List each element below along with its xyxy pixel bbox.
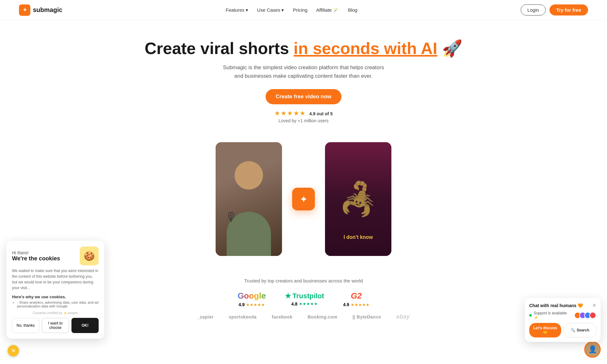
rating-stars: ★★★★★: [274, 110, 306, 117]
trustpilot-stars: ★★★★★: [299, 301, 318, 306]
g2-brand: G2: [343, 291, 369, 301]
cookie-emoji: 🍪: [80, 246, 99, 265]
create-free-video-button[interactable]: Create free video now: [266, 89, 342, 104]
navbar: ✦ submagic Features ▾ Use Cases ▾ Pricin…: [0, 0, 607, 20]
heart-icon: 🧡: [578, 303, 583, 308]
rocket-emoji: 🚀: [442, 39, 463, 58]
nav-links: Features ▾ Use Cases ▾ Pricing Affiliate…: [226, 7, 358, 13]
cookie-no-thanks-button[interactable]: No, thanks: [12, 318, 39, 330]
review-trustpilot: ★ Trustpilot 4.8 ★★★★★: [285, 292, 324, 306]
microphone-icon: 🎙: [225, 210, 238, 224]
g2-stars: ★★★★★: [351, 302, 370, 307]
cookie-buttons: No, thanks I want to choose OK!: [12, 318, 99, 330]
hero-subtext: Submagic is the simplest video creation …: [218, 63, 389, 80]
partner-ebay: ebay: [396, 313, 410, 320]
cookie-header: Hi there! We're the cookies 🍪: [12, 246, 99, 265]
review-g2: G2 4.9 ★★★★★: [343, 291, 369, 307]
chat-avatar-4: [589, 312, 596, 319]
video-card-scorpion: 🦂 I don't know: [325, 142, 391, 256]
chat-widget: Chat with real humans 🧡 ✕ Support is ava…: [525, 298, 601, 330]
scorpion-emoji: 🦂: [339, 180, 378, 218]
cookie-choose-button[interactable]: I want to choose: [42, 318, 69, 330]
rating-subtext: Loved by +1 million users: [279, 118, 328, 123]
lightning-icon: ⚡: [534, 315, 538, 320]
chevron-down-icon: ▾: [281, 7, 284, 13]
chat-avatars: [574, 312, 596, 319]
cookie-body: We waited to make sure that you were int…: [12, 268, 99, 291]
logo-text: submagic: [33, 6, 62, 14]
trusted-title: Trusted by top creators and businesses a…: [19, 278, 588, 283]
partner-facebook: facebook: [272, 314, 292, 319]
chat-title: Chat with real humans 🧡: [529, 303, 583, 308]
scorpion-background: 🦂 I don't know: [325, 142, 391, 256]
partner-zapier: _zapier: [197, 314, 214, 319]
app-center-icon: ✦: [292, 188, 315, 210]
chat-header: Chat with real humans 🧡 ✕: [529, 302, 596, 308]
cookie-list: - Share analytics, advertising data, use…: [17, 300, 99, 308]
nav-actions: Login Try for free: [521, 4, 588, 15]
video-card-person: 🎙: [216, 142, 282, 256]
chat-status-text: Support is available ⚡: [534, 311, 572, 320]
cookie-bullet: - Share analytics, advertising data, use…: [17, 300, 99, 308]
rating-row: ★★★★★ 4.9 out of 5 Loved by +1 million u…: [6, 109, 601, 123]
status-online-dot: [529, 314, 532, 317]
try-free-button[interactable]: Try for free: [549, 4, 588, 15]
card-caption: I don't know: [344, 234, 373, 240]
chat-status: Support is available ⚡: [529, 311, 596, 320]
trustpilot-score: 4.8: [291, 301, 297, 306]
google-brand: Google: [237, 291, 266, 301]
cookie-title-area: Hi there! We're the cookies: [12, 250, 60, 262]
search-button[interactable]: 🔍 Search: [564, 323, 596, 330]
partner-booking: Booking.com: [308, 314, 337, 319]
cookie-greeting: Hi there!: [12, 250, 60, 255]
rating-score: 4.9 out of 5: [309, 111, 333, 116]
person-face: [235, 161, 263, 190]
nav-pricing[interactable]: Pricing: [293, 7, 307, 13]
partner-logos: _zapier sportskeeda facebook Booking.com…: [19, 313, 588, 320]
cookie-banner: Hi there! We're the cookies 🍪 We waited …: [6, 241, 104, 330]
lets-discuss-button[interactable]: Let's discuss 🤝: [529, 323, 561, 330]
cookie-why-title: Here's why we use cookies.: [12, 294, 99, 299]
chevron-down-icon: ▾: [246, 7, 248, 13]
partner-bytedance: || ByteDance: [353, 314, 381, 319]
login-button[interactable]: Login: [521, 4, 546, 15]
logo[interactable]: ✦ submagic: [19, 4, 62, 16]
hero-headline: Create viral shorts in seconds with AI 🚀: [6, 39, 601, 58]
trustpilot-brand: ★ Trustpilot: [285, 292, 324, 300]
nav-use-cases[interactable]: Use Cases ▾: [257, 7, 284, 13]
search-icon: 🔍: [571, 328, 575, 330]
person-background: 🎙: [216, 142, 282, 256]
cookie-certified: Consents certified by ⚡ axeptio: [12, 311, 99, 315]
google-stars: ★★★★★: [246, 302, 265, 307]
cookie-title: We're the cookies: [12, 255, 60, 262]
google-score: 4.9: [238, 302, 244, 307]
hero-section: Create viral shorts in seconds with AI 🚀…: [0, 20, 607, 136]
partner-sportskeeda: sportskeeda: [229, 314, 257, 319]
nav-affiliate[interactable]: Affiliate 🪄: [316, 7, 339, 13]
logo-icon: ✦: [19, 4, 30, 16]
g2-score: 4.9: [343, 302, 349, 307]
chat-action-buttons: Let's discuss 🤝 🔍 Search: [529, 323, 596, 330]
cookie-ok-button[interactable]: OK!: [71, 318, 99, 330]
review-logos: Google 4.9 ★★★★★ ★ Trustpilot 4.8 ★★★★★ …: [19, 291, 588, 307]
wand-icon: ✦: [300, 194, 308, 205]
nav-blog[interactable]: Blog: [348, 7, 357, 13]
nav-features[interactable]: Features ▾: [226, 7, 248, 13]
review-google: Google 4.9 ★★★★★: [237, 291, 266, 307]
chat-close-button[interactable]: ✕: [592, 302, 596, 308]
